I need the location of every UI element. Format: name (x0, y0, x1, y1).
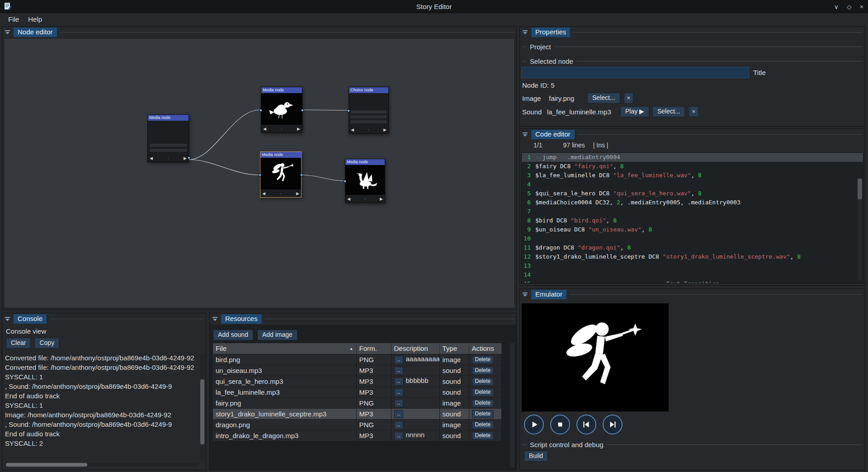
copy-button[interactable]: Copy (34, 338, 59, 349)
node-media-fairy[interactable]: Media node ◀ (260, 151, 302, 198)
node-prev-icon[interactable]: ◀ (351, 127, 354, 132)
resources-vertical-scrollbar[interactable] (510, 343, 514, 467)
delete-button[interactable]: Delete (472, 378, 494, 386)
add-sound-button[interactable]: Add sound (213, 330, 253, 340)
table-row[interactable]: fairy.pngPNG..imageDelete (213, 397, 501, 408)
code-line[interactable]: 12$story1_drako_luminelle_sceptre DC8 "s… (522, 252, 863, 261)
code-line[interactable]: 9$un_oiseau DC8 "un_oiseau.wav", 8 (522, 225, 863, 234)
table-row[interactable]: story1_drako_luminelle_sceptre.mp3MP3..s… (213, 408, 501, 419)
menu-file[interactable]: File (4, 14, 24, 24)
code-line[interactable]: 5$qui_sera_le_hero DC8 "qui_sera_le_hero… (522, 189, 863, 198)
delete-button[interactable]: Delete (472, 421, 494, 429)
stop-button[interactable] (550, 415, 570, 434)
delete-button[interactable]: Delete (472, 367, 494, 375)
node-canvas[interactable]: Media node ◀ · ▶ Media node (4, 38, 515, 308)
code-line[interactable]: 4 (522, 180, 863, 189)
column-header-actions[interactable]: Actions (469, 343, 501, 354)
node-prev-icon[interactable]: ◀ (347, 197, 350, 201)
edit-description-button[interactable]: .. (394, 356, 403, 364)
table-row[interactable]: dragon.pngPNG..imageDelete (213, 419, 501, 430)
edit-description-button[interactable]: .. (394, 378, 403, 386)
title-input[interactable] (521, 67, 749, 78)
step-back-button[interactable] (576, 415, 596, 434)
build-button[interactable]: Build (524, 451, 548, 462)
console-horizontal-scrollbar[interactable] (5, 463, 198, 467)
code-line[interactable]: 7 (522, 207, 863, 216)
collapse-icon[interactable] (522, 29, 528, 35)
delete-button[interactable]: Delete (472, 356, 494, 364)
node-prev-icon[interactable]: ◀ (262, 191, 265, 196)
sound-clear-button[interactable]: × (689, 106, 698, 117)
input-port[interactable] (259, 174, 261, 176)
node-prev-icon[interactable]: ◀ (150, 156, 153, 160)
node-media-start[interactable]: Media node ◀ · ▶ (147, 114, 189, 162)
column-header-type[interactable]: Type (439, 343, 469, 354)
column-header-form[interactable]: Form. (356, 343, 391, 354)
scrollbar-thumb[interactable] (858, 179, 862, 199)
column-header-description[interactable]: Description (391, 343, 439, 354)
collapse-icon[interactable] (522, 292, 528, 297)
edit-description-button[interactable]: .. (394, 367, 403, 375)
delete-button[interactable]: Delete (472, 388, 494, 396)
table-row[interactable]: intro_drako_le_dragon.mp3MP3..nnnnnsound… (213, 430, 501, 441)
edit-description-button[interactable]: .. (394, 399, 403, 407)
add-image-button[interactable]: Add image (257, 330, 297, 340)
node-next-icon[interactable]: ▶ (297, 127, 300, 131)
code-line[interactable]: 13 (522, 261, 863, 270)
node-prev-icon[interactable]: ◀ (263, 127, 266, 131)
node-media-bird[interactable]: Media node ◀ · ▶ (261, 87, 302, 133)
sound-play-button[interactable]: Play ▶ (620, 106, 649, 117)
node-next-icon[interactable]: ▶ (383, 127, 387, 132)
node-next-icon[interactable]: ▶ (380, 197, 383, 201)
collapse-icon[interactable] (5, 29, 10, 35)
code-line[interactable]: 2$fairy DC8 "fairy.qoi", 8 (522, 162, 863, 171)
code-line[interactable]: 10 (522, 234, 863, 243)
edit-description-button[interactable]: .. (394, 410, 403, 418)
node-media-dragon[interactable]: Media node ◀ (345, 159, 385, 203)
node-next-icon[interactable]: ▶ (184, 156, 187, 160)
edit-description-button[interactable]: .. (394, 432, 403, 440)
code-line[interactable]: 3$la_fee_luminelle DC8 "la_fee_luminelle… (522, 171, 863, 180)
sound-select-button[interactable]: Select... (652, 106, 685, 117)
code-line[interactable]: 14 (522, 270, 863, 279)
clear-button[interactable]: Clear (6, 338, 31, 349)
node-choice[interactable]: Choice node ◀ · ▶ (349, 87, 389, 134)
delete-button[interactable]: Delete (472, 432, 494, 440)
table-row[interactable]: qui_sera_le_hero.mp3MP3..bbbbbbsoundDele… (213, 376, 501, 387)
code-line[interactable]: 15 ; -------------------------- Text Tra… (522, 279, 863, 283)
code-line[interactable]: 1··jump···.mediaEntry0004 (522, 153, 863, 162)
image-clear-button[interactable]: × (624, 93, 634, 104)
code-area[interactable]: 1··jump···.mediaEntry00042$fairy DC8 "fa… (521, 152, 863, 283)
close-button[interactable]: × (860, 3, 863, 10)
step-forward-button[interactable] (603, 415, 623, 434)
code-line[interactable]: 8$bird DC8 "bird.qoi", 8 (522, 216, 863, 225)
scrollbar-thumb[interactable] (6, 463, 87, 467)
input-port[interactable] (344, 180, 346, 183)
column-header-file[interactable]: File▲ (213, 343, 356, 354)
play-button[interactable] (524, 415, 544, 434)
scrollbar-thumb[interactable] (200, 379, 204, 444)
console-vertical-scrollbar[interactable] (200, 353, 204, 461)
delete-button[interactable]: Delete (472, 399, 494, 407)
edit-description-button[interactable]: .. (394, 388, 403, 396)
table-row[interactable]: la_fee_luminelle.mp3MP3..soundDelete (213, 387, 501, 397)
collapse-icon[interactable] (212, 316, 218, 322)
code-vertical-scrollbar[interactable] (858, 178, 862, 280)
code-line[interactable]: 6$mediaChoice0004 DC32, 2, .mediaEntry00… (522, 198, 863, 207)
output-port[interactable] (301, 109, 304, 112)
collapse-icon[interactable] (5, 316, 10, 322)
maximize-button[interactable]: ◇ (847, 3, 852, 10)
output-port[interactable] (300, 174, 303, 176)
collapse-icon[interactable] (522, 132, 528, 137)
output-port[interactable] (188, 156, 190, 159)
minimize-button[interactable]: ∨ (834, 3, 839, 10)
node-next-icon[interactable]: ▶ (296, 191, 299, 196)
code-line[interactable]: 11$dragon DC8 "dragon.qoi", 8 (522, 243, 863, 252)
table-row[interactable]: bird.pngPNG..aaaaaaaaaimageDelete (213, 354, 501, 365)
input-port[interactable] (347, 109, 350, 112)
menu-help[interactable]: Help (24, 14, 47, 24)
image-select-button[interactable]: Select... (587, 93, 620, 104)
input-port[interactable] (259, 109, 262, 112)
table-row[interactable]: un_oiseau.mp3MP3..soundDelete (213, 365, 501, 376)
edit-description-button[interactable]: .. (394, 421, 403, 429)
